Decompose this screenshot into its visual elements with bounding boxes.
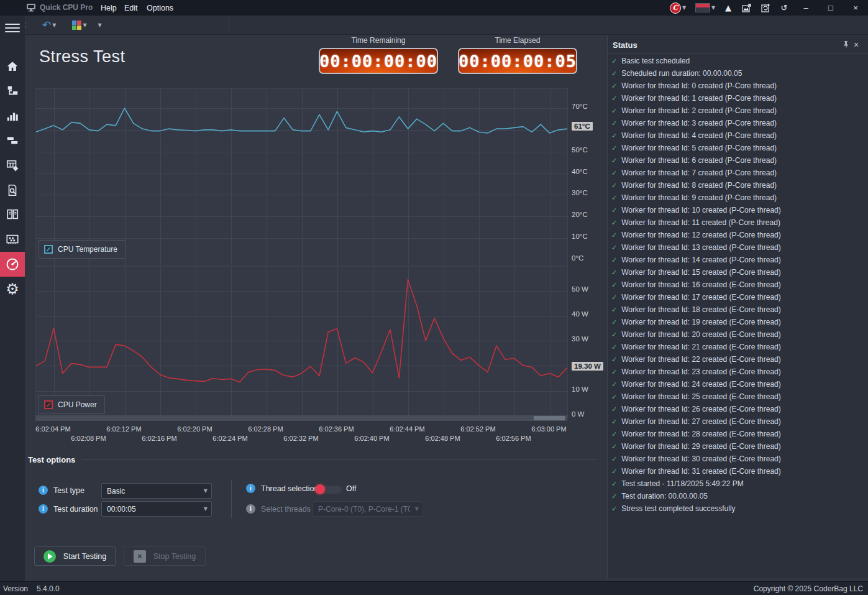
- time-elapsed-label: Time Elapsed: [458, 36, 577, 45]
- undo-button[interactable]: ↶▼: [40, 16, 58, 34]
- titlebar: Quick CPU Pro Help Edit Options C▼ ▼ ▲: [0, 0, 868, 16]
- export-image-button[interactable]: [738, 0, 756, 16]
- status-item-text: Worker for thread Id: 14 created (P-Core…: [621, 256, 781, 264]
- sidebar-item-tree-view[interactable]: [0, 78, 25, 103]
- status-bar: Version 5.4.0.0 Copyright © 2025 CoderBa…: [0, 581, 868, 595]
- coderbag-logo-icon: C: [670, 2, 681, 14]
- check-icon: ✓: [611, 70, 617, 78]
- sidebar-item-stress-test[interactable]: [0, 252, 25, 277]
- status-item-text: Worker for thread Id: 3 created (P-Core …: [621, 119, 777, 127]
- status-list-item: ✓ Basic test scheduled: [611, 55, 866, 67]
- status-item-text: Worker for thread Id: 0 created (P-Core …: [621, 81, 777, 90]
- check-icon: ✓: [611, 219, 617, 227]
- refresh-window-button[interactable]: [756, 0, 775, 16]
- sidebar-item-charts[interactable]: [0, 103, 25, 128]
- y-axis-label: 20°C: [572, 211, 588, 218]
- chevron-down-icon: ▼: [204, 506, 208, 512]
- status-item-text: Worker for thread Id: 11 created (P-Core…: [621, 218, 780, 227]
- sidebar-item-memory[interactable]: [0, 227, 25, 252]
- status-list-item: ✓ Worker for thread Id: 22 created (E-Co…: [611, 353, 866, 366]
- start-testing-label: Start Testing: [63, 552, 106, 561]
- menu-options[interactable]: Options: [140, 0, 180, 16]
- sidebar-item-windows[interactable]: [0, 128, 25, 153]
- check-icon: ✓: [611, 194, 617, 202]
- pin-icon[interactable]: [842, 39, 849, 50]
- check-icon: ✓: [611, 306, 617, 314]
- hamburger-menu-icon[interactable]: [5, 21, 20, 35]
- status-item-text: Worker for thread Id: 18 created (E-Core…: [621, 305, 781, 314]
- export-image-icon: [742, 3, 752, 13]
- x-axis-time-label: 6:02:52 PM: [460, 425, 495, 433]
- check-icon: ✓: [611, 480, 617, 488]
- toolbar-dropdown[interactable]: ▼: [94, 16, 104, 34]
- check-icon: ✓: [611, 468, 617, 476]
- toggle-knob: [315, 484, 325, 494]
- scrollbar-thumb[interactable]: [534, 416, 565, 420]
- status-item-text: Worker for thread Id: 20 created (E-Core…: [621, 330, 781, 339]
- status-item-text: Worker for thread Id: 16 created (E-Core…: [621, 280, 781, 289]
- thread-selection-toggle[interactable]: [316, 486, 342, 494]
- check-icon: ✓: [611, 244, 617, 252]
- table-settings-icon: [6, 159, 19, 172]
- status-item-text: Worker for thread Id: 28 created (E-Core…: [621, 430, 781, 438]
- check-icon: ✓: [611, 95, 617, 103]
- x-axis-time-label: 6:02:32 PM: [283, 435, 318, 442]
- status-item-text: Worker for thread Id: 25 created (E-Core…: [621, 392, 781, 401]
- cpu-power-checkbox[interactable]: ✓: [44, 400, 53, 409]
- test-type-select[interactable]: Basic ▼: [101, 483, 212, 499]
- y-axis-label: 50°C: [572, 146, 588, 154]
- status-item-text: Basic test scheduled: [621, 57, 690, 65]
- x-axis-time-label: 6:02:56 PM: [496, 435, 531, 442]
- check-icon: ✓: [611, 430, 617, 438]
- layout-color-icon: [72, 21, 81, 30]
- status-item-text: Worker for thread Id: 10 created (P-Core…: [621, 206, 781, 214]
- check-icon: ✓: [611, 206, 617, 214]
- triangle-button[interactable]: ▲: [719, 0, 738, 16]
- start-testing-button[interactable]: Start Testing: [34, 547, 116, 566]
- status-list-item: ✓ Worker for thread Id: 12 created (P-Co…: [611, 229, 866, 241]
- cpu-power-legend[interactable]: ✓ CPU Power: [39, 395, 105, 414]
- close-panel-icon[interactable]: ×: [849, 40, 863, 50]
- cpu-temperature-checkbox[interactable]: ✓: [44, 245, 53, 254]
- undo-window-button[interactable]: ↺: [775, 0, 793, 16]
- status-item-text: Worker for thread Id: 1 created (P-Core …: [621, 94, 777, 103]
- sidebar-item-settings[interactable]: ⚙: [0, 277, 25, 302]
- maximize-button[interactable]: □: [818, 0, 843, 16]
- status-list-item: ✓ Test duration: 00.00.00.05: [611, 490, 866, 502]
- sidebar: ⚙: [0, 16, 25, 581]
- chart-horizontal-scrollbar[interactable]: [35, 415, 567, 421]
- test-options-title: Test options: [28, 455, 75, 464]
- status-list-item: ✓ Worker for thread Id: 2 created (P-Cor…: [611, 104, 866, 117]
- check-icon: ✓: [611, 231, 617, 239]
- test-duration-select[interactable]: 00:00:05 ▼: [101, 501, 212, 517]
- check-icon: ✓: [611, 381, 617, 389]
- close-button[interactable]: ×: [843, 0, 868, 16]
- x-axis-time-label: 6:02:08 PM: [71, 435, 106, 442]
- x-axis-time-label: 6:02:36 PM: [319, 425, 354, 433]
- check-icon: ✓: [611, 281, 617, 289]
- status-list: ✓ Basic test scheduled ✓ Scheduled run d…: [611, 55, 866, 515]
- coderbag-logo-button[interactable]: C▼: [664, 0, 692, 16]
- cpu-temperature-legend-label: CPU Temperature: [58, 245, 117, 254]
- status-item-text: Test duration: 00.00.00.05: [621, 492, 708, 500]
- undo-window-icon: ↺: [781, 3, 788, 12]
- cpu-temperature-legend[interactable]: ✓ CPU Temperature: [39, 240, 126, 259]
- status-item-text: Worker for thread Id: 21 created (E-Core…: [621, 343, 781, 351]
- sidebar-item-pages[interactable]: [0, 202, 25, 227]
- status-panel-header: Status ×: [613, 38, 863, 52]
- triangle-icon: ▲: [725, 3, 731, 12]
- status-item-text: Worker for thread Id: 23 created (E-Core…: [621, 367, 781, 376]
- status-list-item: ✓ Worker for thread Id: 6 created (P-Cor…: [611, 154, 866, 167]
- status-list-item: ✓ Worker for thread Id: 27 created (E-Co…: [611, 415, 866, 428]
- status-list-item: ✓ Worker for thread Id: 1 created (P-Cor…: [611, 92, 866, 104]
- sidebar-item-table-settings[interactable]: [0, 153, 25, 178]
- layout-color-button[interactable]: ▼: [70, 16, 89, 34]
- sidebar-item-home[interactable]: [0, 54, 25, 79]
- minimize-button[interactable]: –: [793, 0, 818, 16]
- sidebar-item-report[interactable]: [0, 178, 25, 203]
- theme-picker-button[interactable]: ▼: [692, 0, 719, 16]
- status-item-text: Worker for thread Id: 9 created (P-Core …: [621, 193, 777, 202]
- check-icon: ✓: [611, 393, 617, 401]
- status-list-item: ✓ Worker for thread Id: 24 created (E-Co…: [611, 378, 866, 390]
- app-icon: [26, 2, 36, 12]
